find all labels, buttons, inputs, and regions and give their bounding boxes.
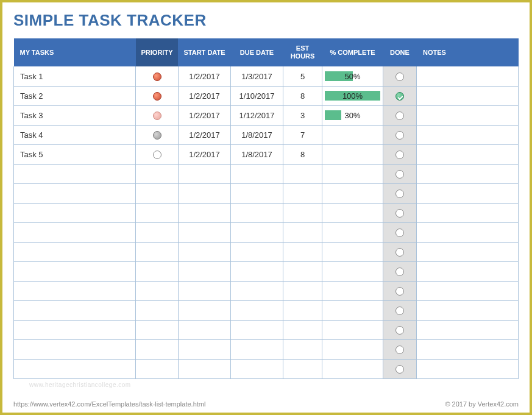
priority-cell[interactable] [136,164,179,183]
done-cell[interactable] [383,183,417,203]
pct-cell[interactable]: 50% [322,66,383,86]
due-cell[interactable]: 1/10/2017 [231,86,283,105]
est-cell[interactable] [283,242,322,261]
priority-cell[interactable] [136,66,179,86]
notes-cell[interactable] [417,66,519,86]
notes-cell[interactable] [417,183,519,203]
priority-cell[interactable] [136,222,179,242]
start-cell[interactable]: 1/2/2017 [179,105,231,125]
radio-icon[interactable] [395,190,404,198]
task-cell[interactable] [14,203,136,222]
priority-cell[interactable] [136,86,179,105]
task-cell[interactable] [14,281,136,300]
task-cell[interactable] [14,222,136,242]
notes-cell[interactable] [417,125,519,144]
priority-cell[interactable] [136,203,179,222]
done-cell[interactable] [383,359,417,378]
pct-cell[interactable] [322,125,383,144]
priority-cell[interactable] [136,242,179,261]
start-cell[interactable] [179,261,231,281]
task-cell[interactable] [14,320,136,339]
est-cell[interactable] [283,203,322,222]
done-cell[interactable] [383,242,417,261]
due-cell[interactable] [231,359,283,378]
start-cell[interactable] [179,222,231,242]
pct-cell[interactable] [322,261,383,281]
priority-cell[interactable] [136,125,179,144]
radio-icon[interactable] [395,365,404,374]
start-cell[interactable] [179,339,231,359]
notes-cell[interactable] [417,339,519,359]
due-cell[interactable] [231,183,283,203]
priority-cell[interactable] [136,261,179,281]
est-cell[interactable]: 7 [283,125,322,144]
task-cell[interactable] [14,261,136,281]
done-cell[interactable] [383,86,417,105]
radio-icon[interactable] [395,307,404,315]
start-cell[interactable] [179,164,231,183]
due-cell[interactable] [231,222,283,242]
notes-cell[interactable] [417,242,519,261]
notes-cell[interactable] [417,261,519,281]
pct-cell[interactable] [322,183,383,203]
done-cell[interactable] [383,320,417,339]
due-cell[interactable]: 1/3/2017 [231,66,283,86]
priority-cell[interactable] [136,320,179,339]
start-cell[interactable] [179,281,231,300]
priority-cell[interactable] [136,359,179,378]
start-cell[interactable] [179,320,231,339]
notes-cell[interactable] [417,359,519,378]
due-cell[interactable] [231,339,283,359]
checkmark-icon[interactable] [395,92,404,101]
due-cell[interactable] [231,281,283,300]
start-cell[interactable] [179,203,231,222]
radio-icon[interactable] [395,131,404,140]
start-cell[interactable]: 1/2/2017 [179,144,231,164]
task-cell[interactable] [14,242,136,261]
start-cell[interactable] [179,359,231,378]
done-cell[interactable] [383,222,417,242]
done-cell[interactable] [383,203,417,222]
est-cell[interactable] [283,222,322,242]
priority-cell[interactable] [136,300,179,320]
notes-cell[interactable] [417,203,519,222]
start-cell[interactable] [179,242,231,261]
radio-icon[interactable] [395,170,404,179]
radio-icon[interactable] [395,346,404,354]
task-cell[interactable]: Task 4 [14,125,136,144]
due-cell[interactable] [231,261,283,281]
done-cell[interactable] [383,281,417,300]
radio-icon[interactable] [395,209,404,218]
notes-cell[interactable] [417,320,519,339]
task-cell[interactable] [14,164,136,183]
due-cell[interactable]: 1/8/2017 [231,125,283,144]
due-cell[interactable] [231,164,283,183]
radio-icon[interactable] [395,326,404,335]
priority-cell[interactable] [136,183,179,203]
est-cell[interactable] [283,164,322,183]
done-cell[interactable] [383,125,417,144]
pct-cell[interactable] [322,222,383,242]
notes-cell[interactable] [417,144,519,164]
est-cell[interactable]: 3 [283,105,322,125]
notes-cell[interactable] [417,222,519,242]
notes-cell[interactable] [417,164,519,183]
task-cell[interactable] [14,183,136,203]
pct-cell[interactable] [322,359,383,378]
due-cell[interactable] [231,242,283,261]
pct-cell[interactable]: 30% [322,105,383,125]
done-cell[interactable] [383,261,417,281]
task-cell[interactable] [14,359,136,378]
radio-icon[interactable] [395,112,404,120]
done-cell[interactable] [383,66,417,86]
notes-cell[interactable] [417,86,519,105]
start-cell[interactable] [179,183,231,203]
radio-icon[interactable] [395,248,404,257]
pct-cell[interactable] [322,281,383,300]
est-cell[interactable] [283,300,322,320]
pct-cell[interactable] [322,320,383,339]
start-cell[interactable]: 1/2/2017 [179,125,231,144]
task-cell[interactable] [14,300,136,320]
pct-cell[interactable] [322,144,383,164]
est-cell[interactable]: 5 [283,66,322,86]
